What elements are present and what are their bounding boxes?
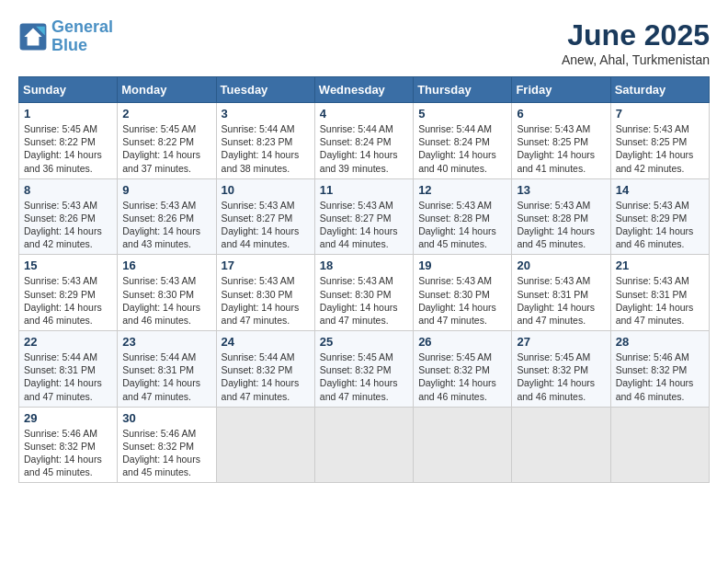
calendar-week-3: 15Sunrise: 5:43 AM Sunset: 8:29 PM Dayli… [19,255,710,331]
calendar-cell: 29Sunrise: 5:46 AM Sunset: 8:32 PM Dayli… [19,407,118,483]
day-number: 14 [616,183,704,197]
day-number: 10 [222,183,310,197]
day-info: Sunrise: 5:43 AM Sunset: 8:30 PM Dayligh… [122,274,210,327]
calendar-cell [610,407,709,483]
calendar-cell: 13Sunrise: 5:43 AM Sunset: 8:28 PM Dayli… [512,178,610,255]
calendar-cell: 10Sunrise: 5:43 AM Sunset: 8:27 PM Dayli… [216,178,314,255]
day-number: 18 [320,259,408,272]
calendar-cell: 6Sunrise: 5:43 AM Sunset: 8:25 PM Daylig… [512,103,610,179]
day-number: 29 [24,411,112,425]
day-info: Sunrise: 5:43 AM Sunset: 8:29 PM Dayligh… [616,199,704,251]
day-info: Sunrise: 5:44 AM Sunset: 8:31 PM Dayligh… [122,350,210,403]
calendar-cell: 1Sunrise: 5:45 AM Sunset: 8:22 PM Daylig… [19,103,118,179]
calendar-cell: 28Sunrise: 5:46 AM Sunset: 8:32 PM Dayli… [610,331,709,408]
calendar-cell [216,407,314,483]
calendar-header-sunday: Sunday [19,77,118,103]
calendar-cell: 19Sunrise: 5:43 AM Sunset: 8:30 PM Dayli… [414,255,512,331]
calendar-cell: 14Sunrise: 5:43 AM Sunset: 8:29 PM Dayli… [610,178,709,255]
title-block: June 2025 Anew, Ahal, Turkmenistan [562,18,710,67]
day-info: Sunrise: 5:46 AM Sunset: 8:32 PM Dayligh… [24,427,112,479]
day-info: Sunrise: 5:45 AM Sunset: 8:32 PM Dayligh… [418,350,506,403]
day-number: 8 [24,183,112,197]
day-number: 2 [122,107,210,121]
day-number: 24 [222,335,310,349]
calendar-cell: 17Sunrise: 5:43 AM Sunset: 8:30 PM Dayli… [216,255,314,331]
calendar-header-saturday: Saturday [610,77,709,103]
day-info: Sunrise: 5:43 AM Sunset: 8:29 PM Dayligh… [24,274,112,327]
day-info: Sunrise: 5:44 AM Sunset: 8:32 PM Dayligh… [222,350,310,403]
day-number: 15 [24,259,112,272]
day-info: Sunrise: 5:45 AM Sunset: 8:32 PM Dayligh… [320,350,408,403]
day-info: Sunrise: 5:43 AM Sunset: 8:25 PM Dayligh… [616,122,704,175]
day-info: Sunrise: 5:45 AM Sunset: 8:32 PM Dayligh… [517,350,605,403]
calendar-week-1: 1Sunrise: 5:45 AM Sunset: 8:22 PM Daylig… [19,103,710,179]
day-info: Sunrise: 5:44 AM Sunset: 8:23 PM Dayligh… [222,122,310,175]
calendar-header-monday: Monday [118,77,216,103]
day-number: 17 [222,259,310,272]
logo: General Blue [18,18,113,55]
calendar-week-5: 29Sunrise: 5:46 AM Sunset: 8:32 PM Dayli… [19,407,710,483]
day-info: Sunrise: 5:44 AM Sunset: 8:24 PM Dayligh… [320,122,408,175]
calendar-cell: 2Sunrise: 5:45 AM Sunset: 8:22 PM Daylig… [118,103,216,179]
day-info: Sunrise: 5:43 AM Sunset: 8:28 PM Dayligh… [517,199,605,251]
calendar-cell: 15Sunrise: 5:43 AM Sunset: 8:29 PM Dayli… [19,255,118,331]
calendar-cell: 24Sunrise: 5:44 AM Sunset: 8:32 PM Dayli… [216,331,314,408]
day-number: 20 [517,259,605,272]
day-number: 28 [616,335,704,349]
day-info: Sunrise: 5:43 AM Sunset: 8:30 PM Dayligh… [418,274,506,327]
day-info: Sunrise: 5:45 AM Sunset: 8:22 PM Dayligh… [24,122,112,175]
calendar-header-tuesday: Tuesday [216,77,314,103]
calendar-cell: 27Sunrise: 5:45 AM Sunset: 8:32 PM Dayli… [512,331,610,408]
calendar-week-2: 8Sunrise: 5:43 AM Sunset: 8:26 PM Daylig… [19,178,710,255]
calendar-cell: 8Sunrise: 5:43 AM Sunset: 8:26 PM Daylig… [19,178,118,255]
day-number: 26 [418,335,506,349]
day-info: Sunrise: 5:43 AM Sunset: 8:26 PM Dayligh… [24,199,112,251]
day-number: 1 [24,107,112,121]
calendar-cell: 20Sunrise: 5:43 AM Sunset: 8:31 PM Dayli… [512,255,610,331]
day-info: Sunrise: 5:44 AM Sunset: 8:24 PM Dayligh… [418,122,506,175]
calendar-header-friday: Friday [512,77,610,103]
calendar-cell: 16Sunrise: 5:43 AM Sunset: 8:30 PM Dayli… [118,255,216,331]
day-info: Sunrise: 5:43 AM Sunset: 8:27 PM Dayligh… [320,199,408,251]
calendar-cell: 3Sunrise: 5:44 AM Sunset: 8:23 PM Daylig… [216,103,314,179]
calendar-cell [414,407,512,483]
day-number: 23 [122,335,210,349]
day-info: Sunrise: 5:43 AM Sunset: 8:26 PM Dayligh… [122,199,210,251]
page-header: General Blue June 2025 Anew, Ahal, Turkm… [18,18,710,67]
day-number: 3 [222,107,310,121]
day-number: 27 [517,335,605,349]
calendar-cell: 11Sunrise: 5:43 AM Sunset: 8:27 PM Dayli… [314,178,413,255]
logo-text: General Blue [51,18,113,55]
day-info: Sunrise: 5:43 AM Sunset: 8:28 PM Dayligh… [418,199,506,251]
day-number: 6 [517,107,605,121]
calendar-cell: 21Sunrise: 5:43 AM Sunset: 8:31 PM Dayli… [610,255,709,331]
month-title: June 2025 [562,18,710,52]
calendar-cell: 22Sunrise: 5:44 AM Sunset: 8:31 PM Dayli… [19,331,118,408]
calendar-header-wednesday: Wednesday [314,77,413,103]
calendar-cell: 23Sunrise: 5:44 AM Sunset: 8:31 PM Dayli… [118,331,216,408]
day-number: 11 [320,183,408,197]
calendar-cell [512,407,610,483]
day-number: 5 [418,107,506,121]
calendar-cell: 25Sunrise: 5:45 AM Sunset: 8:32 PM Dayli… [314,331,413,408]
calendar-cell: 4Sunrise: 5:44 AM Sunset: 8:24 PM Daylig… [314,103,413,179]
calendar-cell [314,407,413,483]
day-number: 7 [616,107,704,121]
calendar-header-thursday: Thursday [414,77,512,103]
day-number: 12 [418,183,506,197]
day-number: 30 [122,411,210,425]
day-number: 25 [320,335,408,349]
day-info: Sunrise: 5:43 AM Sunset: 8:31 PM Dayligh… [517,274,605,327]
day-info: Sunrise: 5:43 AM Sunset: 8:30 PM Dayligh… [320,274,408,327]
logo-icon [18,22,48,52]
day-info: Sunrise: 5:45 AM Sunset: 8:22 PM Dayligh… [122,122,210,175]
calendar: SundayMondayTuesdayWednesdayThursdayFrid… [18,76,710,483]
day-info: Sunrise: 5:44 AM Sunset: 8:31 PM Dayligh… [24,350,112,403]
day-info: Sunrise: 5:43 AM Sunset: 8:25 PM Dayligh… [517,122,605,175]
day-number: 4 [320,107,408,121]
calendar-cell: 5Sunrise: 5:44 AM Sunset: 8:24 PM Daylig… [414,103,512,179]
calendar-cell: 7Sunrise: 5:43 AM Sunset: 8:25 PM Daylig… [610,103,709,179]
day-number: 19 [418,259,506,272]
location-title: Anew, Ahal, Turkmenistan [562,52,710,67]
calendar-header-row: SundayMondayTuesdayWednesdayThursdayFrid… [19,77,710,103]
